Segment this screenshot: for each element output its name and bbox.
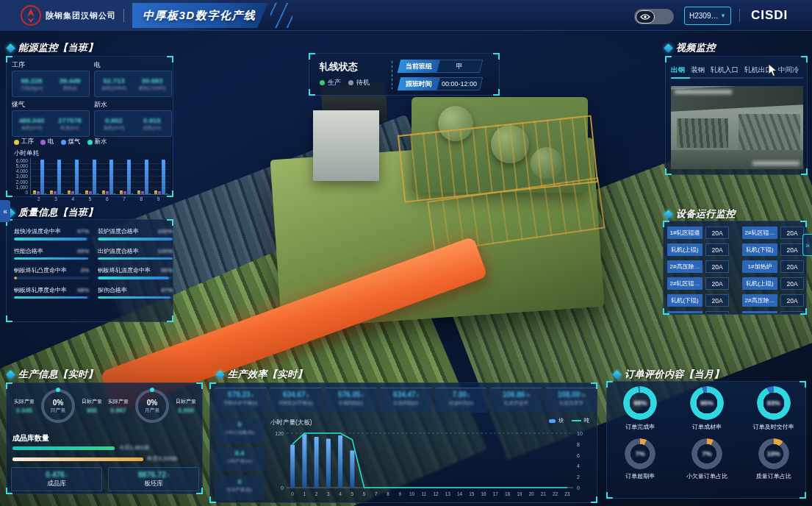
order-gauge-value: 7% — [691, 438, 722, 469]
svg-text:15: 15 — [469, 491, 475, 496]
company-name: 陕钢集团汉钢公司 — [46, 10, 116, 21]
energy-value: 30.683 — [133, 76, 171, 85]
equipment-label: 2#高压除… — [667, 260, 703, 273]
heat-number-select[interactable]: H2309… ▼ — [684, 7, 731, 25]
visibility-toggle[interactable] — [634, 9, 674, 24]
quality-label: 探伤合格率 — [98, 286, 127, 294]
svg-text:0: 0 — [281, 485, 284, 491]
order-gauge-value: 7% — [625, 438, 655, 469]
stock-bar — [12, 457, 143, 461]
order-gauge-value: 10% — [758, 438, 789, 469]
cctv-floor — [671, 150, 803, 169]
order-gauge: 10% 质量订单占比 — [756, 438, 791, 480]
energy-bar — [109, 160, 113, 194]
quality-bar — [14, 277, 17, 279]
quality-item: 钢板终轧厚度命中率 98% — [14, 286, 89, 299]
video-tab-1[interactable]: 装钢 — [691, 65, 705, 75]
energy-y-tick: 0 — [25, 190, 28, 195]
energy-bar — [137, 190, 140, 194]
svg-text:7: 7 — [375, 491, 378, 496]
stock-box: 8876.72t 板坯库 — [108, 467, 199, 491]
svg-text:21: 21 — [541, 491, 547, 496]
left-collapse-handle[interactable]: « — [0, 200, 10, 222]
efficiency-side-tile: 8.4 小时产量(t/h) — [215, 447, 265, 471]
eye-icon — [636, 10, 655, 24]
scene-drum — [438, 106, 473, 141]
cctv-feed[interactable] — [671, 86, 803, 169]
video-tab-4[interactable]: 中间冷 — [778, 65, 800, 75]
svg-text:120: 120 — [275, 431, 284, 436]
energy-bar — [141, 191, 144, 194]
energy-value: 486.040 — [12, 116, 51, 124]
quality-label: 性能合格率 — [14, 247, 43, 255]
quality-grid: 超快冷温度命中率 97% 装炉温度合格率 100% 性能合格率 99% 出炉温度… — [14, 227, 173, 299]
svg-text:2: 2 — [577, 474, 580, 480]
equipment-row: 轧机(上辊) 20A 轧机(下辊) 20A — [667, 243, 804, 256]
quality-value: 99% — [77, 248, 89, 254]
order-gauge-label: 订单及时交付率 — [753, 423, 794, 431]
order-gauge-value: 93% — [757, 386, 791, 420]
equipment-label: 2#高压除… — [742, 294, 777, 307]
company-logo-icon — [21, 5, 41, 26]
energy-bar — [62, 193, 63, 194]
energy-card-name: 煤气 — [12, 100, 90, 110]
equipment-label: 2#轧区辊… — [742, 227, 777, 239]
svg-text:1: 1 — [303, 491, 306, 496]
equipment-value: 20A — [705, 277, 729, 290]
energy-panel: 工序 68.226 万耗(kgce) 39.449 累耗(t) 电 52.713… — [6, 56, 173, 197]
quality-value: 98% — [77, 287, 89, 293]
daily-actual-label: 实际产量 — [11, 398, 37, 405]
efficiency-value: 108.00% — [545, 391, 597, 399]
energy-x-tick: 6 — [106, 196, 109, 202]
efficiency-panel-title: 生产效率【实时】 — [217, 368, 307, 381]
scene-scaffold — [398, 115, 598, 202]
equipment-value: 20A — [780, 243, 804, 256]
svg-text:22: 22 — [553, 491, 558, 496]
daily-actual-value: 0.045 — [11, 407, 37, 414]
efficiency-side-value: 0 — [215, 478, 265, 485]
order-gauge: 95% 订单成材率 — [690, 386, 724, 431]
scene-drum — [531, 147, 563, 179]
scene-drum — [491, 125, 529, 163]
quality-item: 超快冷温度命中率 97% — [14, 227, 89, 240]
equipment-label: 2#轧区辊… — [667, 277, 703, 290]
quality-item: 装炉温度合格率 100% — [98, 227, 173, 240]
energy-value: 0.915 — [133, 116, 171, 124]
heat-number-value: H2309… — [689, 12, 718, 20]
cctv-timestamp-overlay — [675, 90, 732, 94]
energy-value: 68.226 — [12, 76, 51, 85]
order-gauge-value: 98% — [623, 386, 657, 420]
efficiency-value: 7.00s — [435, 391, 487, 399]
svg-text:13: 13 — [445, 491, 451, 496]
quality-value: 100% — [158, 228, 173, 235]
shift-team-chip: 当前班组 甲 — [398, 60, 483, 73]
energy-x-tick: 2 — [37, 196, 40, 202]
title-decoration — [270, 3, 292, 28]
energy-bar — [37, 191, 40, 194]
quality-value: 3% — [80, 267, 89, 274]
monthly-progress-gauge: 0% 月产量 — [135, 389, 169, 423]
video-panel-title: 视频监控 — [665, 41, 716, 54]
shift-time-value: 00:00-12:00 — [442, 80, 477, 88]
hourly-output-chart: 1200108642001234567891011121314151617181… — [267, 426, 589, 504]
video-tab-2[interactable]: 轧机入口 — [711, 65, 739, 75]
production-panel-title: 生产信息【实时】 — [7, 368, 98, 381]
page-title: 中厚板3D数字化产线 — [143, 9, 256, 23]
quality-bar — [14, 296, 87, 299]
scene-mill-stand — [270, 138, 605, 329]
monthly-gauge-percent: 0% — [147, 399, 157, 407]
efficiency-tiles: 579.23s 坯料出炉节奏(s) 634.67s 坯料轧制节奏(s) 576.… — [215, 388, 597, 413]
line-status-legend-item: 待机 — [348, 78, 370, 88]
efficiency-value: 576.05s — [325, 391, 377, 399]
mouse-cursor — [768, 63, 777, 77]
energy-card-name: 工序 — [12, 60, 90, 70]
video-panel: 出钢装钢轧机入口轧机出口中间冷电动辊道 — [665, 56, 808, 175]
diamond-icon — [6, 43, 15, 53]
order-gauge-label: 订单超期率 — [625, 472, 655, 480]
equipment-value: 20A — [705, 294, 729, 307]
svg-text:12: 12 — [434, 491, 439, 496]
production-panel: 实际产量 0.045 0% 日产量 目标产量 900 实际产量 0.967 — [6, 382, 203, 494]
energy-bar — [68, 190, 71, 194]
right-collapse-handle[interactable]: » — [802, 234, 812, 256]
video-tab-0[interactable]: 出钢 — [671, 65, 685, 75]
